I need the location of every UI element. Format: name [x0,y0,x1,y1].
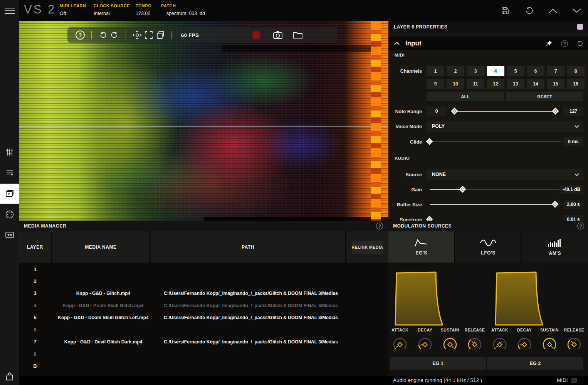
audio-source-value: NONE [432,172,446,177]
eg2-decay-knob[interactable] [516,336,533,353]
channel-6-button[interactable]: 6 [527,66,544,76]
snapshot-camera-icon[interactable] [272,30,284,40]
channels-all-button[interactable]: ALL [427,92,504,101]
collapse-chevron-icon[interactable] [394,42,400,45]
channel-11-button[interactable]: 11 [467,79,484,89]
channel-5-button[interactable]: 5 [507,66,524,76]
channel-12-button[interactable]: 12 [487,79,504,89]
gain-value[interactable]: -40.1 dB [559,185,583,194]
media-row-8[interactable]: 8 [19,348,388,360]
tab-egs[interactable]: EG'S [388,231,454,263]
channels-label: Channels [389,69,422,74]
channel-2-button[interactable]: 2 [447,66,464,76]
layer-color-swatch[interactable] [577,24,583,30]
column-path[interactable]: PATH [151,231,345,263]
channel-13-button[interactable]: 13 [507,79,524,89]
glide-value[interactable]: 0 ms [563,137,583,146]
viewer-help-icon[interactable]: ? [74,30,86,40]
viewer-redo-icon[interactable] [109,31,120,39]
media-row-b[interactable]: B [19,360,388,372]
input-help-icon[interactable]: ? [561,40,568,47]
clock-source-field[interactable]: CLOCK SOURCE Internal [94,3,130,16]
channel-15-button[interactable]: 15 [547,79,564,89]
channel-1-button[interactable]: 1 [427,66,444,76]
pan-icon[interactable] [131,30,143,40]
media-row-6[interactable]: 6 [19,324,388,336]
spectrum-speed-value[interactable]: 0.01 s [563,215,583,221]
input-reset-icon[interactable] [576,40,583,47]
pin-icon[interactable] [546,40,553,47]
sidebar-item-playlist[interactable] [0,162,19,182]
relink-media-button[interactable]: RELINK MEDIA [352,241,383,254]
media-row-4[interactable]: 4 Kopp - G&D - Pirate Skull Glitch.mp4 C… [19,300,388,311]
tab-lfos[interactable]: LFO'S [455,231,521,263]
glide-handle[interactable] [426,138,433,145]
channel-16-button[interactable]: 16 [567,79,585,89]
menu-icon[interactable] [0,0,19,21]
eg1-sustain-knob[interactable] [442,336,459,353]
buffer-size-slider[interactable] [430,204,555,205]
sidebar-item-control-panel[interactable] [0,225,19,245]
gain-slider[interactable] [430,189,463,190]
midi-learn-field[interactable]: MIDI LEARN Off [60,3,86,16]
eg2-sustain-knob[interactable] [541,336,558,353]
channel-3-button[interactable]: 3 [467,66,484,76]
patch-prev-icon[interactable] [547,8,559,14]
undo-icon[interactable] [523,6,535,15]
channel-4-button[interactable]: 4 [487,66,504,76]
media-row-7[interactable]: 7 Kopp - G&D - Devil Glitch Dark.mp4 C:/… [19,336,388,348]
media-manager-help-icon[interactable]: ? [376,223,383,229]
column-media-name[interactable]: MEDIA NAME [52,231,150,263]
patch-next-icon[interactable] [571,8,583,14]
glide-slider[interactable] [430,141,561,142]
buffer-size-handle[interactable] [551,201,558,208]
eg2-attack-knob[interactable] [491,336,508,353]
input-section-header[interactable]: Input ? [388,37,588,50]
media-row-3[interactable]: 3 Kopp - G&D - Glitch.mp4 C:/Users/Ferna… [19,287,388,299]
buffer-size-value[interactable]: 2.00 s [563,200,583,209]
eg2-button[interactable]: EG 2 [487,357,583,370]
eg2-envelope-display[interactable] [494,271,559,326]
column-layer[interactable]: LAYER [19,231,51,263]
eg2-release-knob[interactable] [566,336,583,353]
modulation-help-icon[interactable]: ? [577,223,584,229]
channel-7-button[interactable]: 7 [547,66,564,76]
store-bag-icon[interactable] [0,367,19,385]
open-folder-icon[interactable] [292,31,304,39]
channel-9-button[interactable]: 9 [427,79,444,89]
viewer-undo-icon[interactable] [97,31,109,39]
media-row-1[interactable]: 1 [19,263,388,275]
spectrum-speed-label: Spectrum Speed [389,217,422,221]
note-range-min[interactable]: 0 [427,107,447,116]
channels-reset-button[interactable]: RESET [506,92,583,101]
audio-source-dropdown[interactable]: NONE [427,169,583,180]
note-range-min-handle[interactable] [451,107,458,114]
eg1-attack-knob[interactable] [391,336,408,353]
sidebar-item-mixer[interactable] [0,142,19,162]
eg1-button[interactable]: EG 1 [390,357,486,370]
sidebar-item-media[interactable] [0,184,19,204]
tempo-field[interactable]: TEMPO 173.00 [136,3,151,16]
note-range-slider[interactable] [454,111,558,112]
spectrum-speed-handle[interactable] [426,216,433,221]
gain-handle[interactable] [459,186,466,192]
record-button[interactable] [252,31,260,39]
media-row-5[interactable]: 5 Kopp - G&D - Doom Skull Glitch Left.mp… [19,311,388,323]
eg1-release-knob[interactable] [466,336,483,353]
patch-field[interactable]: PATCH __spectrum_003_dd [161,3,205,16]
video-preview[interactable]: ? [19,21,388,221]
eg1-decay-knob[interactable] [417,336,433,353]
sidebar-item-midi[interactable] [0,204,19,224]
channel-10-button[interactable]: 10 [447,79,464,89]
eg1-envelope-display[interactable] [394,271,459,326]
channel-14-button[interactable]: 14 [527,79,544,89]
media-row-2[interactable]: 2 [19,275,388,287]
voice-mode-dropdown[interactable]: POLY [427,121,583,132]
save-icon[interactable] [499,6,511,15]
note-range-max-handle[interactable] [552,107,559,114]
note-range-max[interactable]: 127 [563,107,583,116]
tab-ams[interactable]: AM'S [522,231,588,263]
fit-screen-icon[interactable] [143,30,155,40]
duplicate-icon[interactable] [155,30,166,40]
channel-8-button[interactable]: 8 [567,66,585,76]
